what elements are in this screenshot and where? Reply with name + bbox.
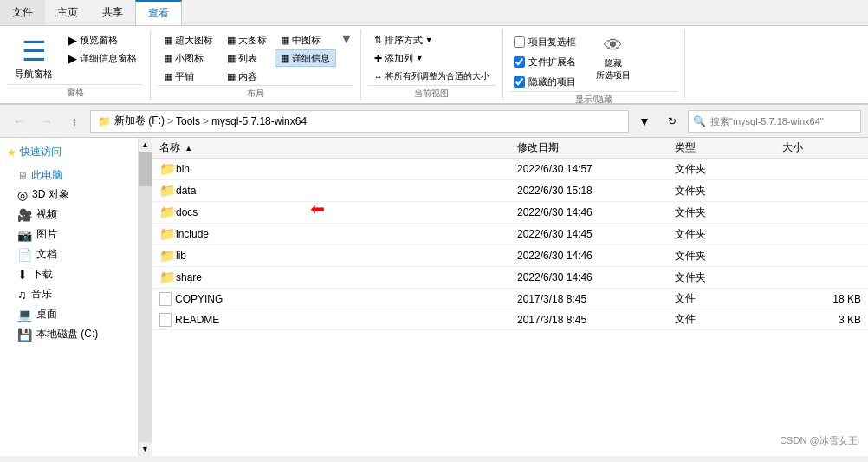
ribbon-group-current-view: ⇅ 排序方式 ▼ ✚ 添加列 ▼ ↔ 将所有列调整为合适的大小 当前视图 xyxy=(361,29,503,100)
watermark: CSDN @冰雪女王i xyxy=(780,434,859,447)
large-icon-btn[interactable]: ▦ 大图标 xyxy=(221,31,273,49)
sidebar-item-desktop[interactable]: 💻 桌面 xyxy=(0,304,138,324)
col-header-size[interactable]: 大小 xyxy=(775,138,868,159)
ribbon-tabs: 文件 主页 共享 查看 xyxy=(0,0,868,26)
refresh-button[interactable]: ↻ xyxy=(660,109,684,133)
file-area: 名称 ▲ 修改日期 类型 大小 📁bin 202 xyxy=(152,138,868,456)
details-btn[interactable]: ▦ 详细信息 xyxy=(275,49,336,67)
add-col-btn[interactable]: ✚ 添加列 ▼ xyxy=(368,49,430,67)
cell-type: 文件夹 xyxy=(668,180,775,202)
detail-pane-button[interactable]: ▶ 详细信息窗格 xyxy=(62,49,143,67)
col-header-date[interactable]: 修改日期 xyxy=(510,138,668,159)
video-icon: 🎥 xyxy=(17,208,32,222)
address-path[interactable]: 📁 新加卷 (F:) > Tools > mysql-5.7.18-winx64 xyxy=(90,110,629,133)
sidebar-item-documents[interactable]: 📄 文档 xyxy=(0,244,138,264)
sidebar-item-downloads[interactable]: ⬇ 下载 xyxy=(0,264,138,284)
table-row[interactable]: COPYING 2017/3/18 8:45 文件 18 KB xyxy=(152,289,868,309)
small-icon-btn[interactable]: ▦ 小图标 xyxy=(158,49,219,67)
hide-selected-btn[interactable]: 👁 隐藏 所选项目 xyxy=(588,31,638,85)
table-row[interactable]: 📁bin 2022/6/30 14:57 文件夹 xyxy=(152,159,868,180)
sort-arrow: ▲ xyxy=(185,144,192,153)
table-row[interactable]: 📁data 2022/6/30 15:18 文件夹 xyxy=(152,180,868,202)
medium-icon-btn[interactable]: ▦ 中图标 xyxy=(275,31,336,49)
this-pc-section[interactable]: 🖥 此电脑 xyxy=(0,165,138,185)
forward-button[interactable]: → xyxy=(35,109,59,133)
cell-size: 18 KB xyxy=(775,289,868,309)
cell-type: 文件 xyxy=(668,289,775,309)
sidebar-item-music[interactable]: ♫ 音乐 xyxy=(0,284,138,304)
cell-type: 文件夹 xyxy=(668,224,775,245)
back-button[interactable]: ← xyxy=(7,109,31,133)
cell-date: 2017/3/18 8:45 xyxy=(510,309,668,330)
layout-expand-btn[interactable]: ▼ xyxy=(340,31,353,47)
item-checkbox-input[interactable] xyxy=(514,36,525,48)
sep-2: > xyxy=(203,115,209,127)
preview-pane-button[interactable]: ▶ 预览窗格 xyxy=(62,31,143,49)
folder-icon: 📁 xyxy=(159,270,176,285)
cell-date: 2022/6/30 14:45 xyxy=(510,224,668,245)
scroll-thumb[interactable] xyxy=(139,152,152,186)
up-button[interactable]: ↑ xyxy=(62,109,87,133)
content-btn[interactable]: ▦ 内容 xyxy=(221,68,273,85)
col-header-name[interactable]: 名称 ▲ xyxy=(152,138,510,159)
table-row[interactable]: 📁share 2022/6/30 14:46 文件夹 xyxy=(152,267,868,289)
hide-icon: 👁 xyxy=(604,35,623,57)
tile-btn[interactable]: ▦ 平铺 xyxy=(158,68,219,85)
pane-group-label: 窗格 xyxy=(7,84,143,99)
hidden-items-input[interactable] xyxy=(514,76,525,88)
cell-name: 📁docs xyxy=(152,202,510,224)
sep-1: > xyxy=(167,115,173,127)
sort-by-btn[interactable]: ⇅ 排序方式 ▼ xyxy=(368,31,439,49)
path-dropdown-btn[interactable]: ▼ xyxy=(632,109,657,133)
search-box: 🔍 xyxy=(688,110,861,133)
hidden-items-label[interactable]: 隐藏的项目 xyxy=(510,73,580,91)
adjust-col-btn[interactable]: ↔ 将所有列调整为合适的大小 xyxy=(368,68,496,85)
scroll-up-arrow[interactable]: ▲ xyxy=(139,138,152,152)
tab-view[interactable]: 查看 xyxy=(135,0,182,25)
col-header-type[interactable]: 类型 xyxy=(668,138,775,159)
layout-col-1: ▦ 超大图标 ▦ 小图标 ▦ 平铺 xyxy=(158,31,219,85)
documents-icon: 📄 xyxy=(17,248,32,262)
folder-icon: 📁 xyxy=(159,183,176,198)
tab-file[interactable]: 文件 xyxy=(0,0,45,25)
table-row[interactable]: README 2017/3/18 8:45 文件 3 KB xyxy=(152,309,868,330)
sidebar-item-pictures[interactable]: 📷 图片 xyxy=(0,224,138,244)
scroll-track xyxy=(139,152,152,442)
file-ext-input[interactable] xyxy=(514,56,525,68)
cell-size: 3 KB xyxy=(775,309,868,330)
ribbon-group-layout: ▦ 超大图标 ▦ 小图标 ▦ 平铺 ▦ 大图标 xyxy=(151,29,361,100)
item-checkbox-label[interactable]: 项目复选框 xyxy=(510,33,580,51)
extra-large-icon-btn[interactable]: ▦ 超大图标 xyxy=(158,31,219,49)
show-hide-label: 显示/隐藏 xyxy=(510,91,677,106)
cell-date: 2022/6/30 14:46 xyxy=(510,202,668,224)
ribbon-group-show-hide: 项目复选框 文件扩展名 隐藏的项目 👁 隐藏 所选项目 xyxy=(503,29,685,100)
path-part-2: Tools xyxy=(176,115,200,127)
nav-pane-button[interactable]: ☰ 导航窗格 xyxy=(7,31,61,84)
folder-icon: 📁 xyxy=(159,161,176,177)
scroll-down-arrow[interactable]: ▼ xyxy=(139,442,152,456)
layout-col-3: ▦ 中图标 ▦ 详细信息 xyxy=(275,31,336,67)
folder-icon: 📁 xyxy=(159,248,176,264)
cell-size xyxy=(775,159,868,180)
ribbon: 文件 主页 共享 查看 ☰ 导航窗格 ▶ 预览窗格 ▶ 详细信息 xyxy=(0,0,868,105)
table-row[interactable]: 📁lib 2022/6/30 14:46 文件夹 xyxy=(152,245,868,267)
tab-share[interactable]: 共享 xyxy=(90,0,135,25)
download-icon: ⬇ xyxy=(17,268,28,282)
detail-icon: ▶ xyxy=(68,52,77,65)
table-row[interactable]: 📁include 2022/6/30 14:45 文件夹 xyxy=(152,224,868,245)
cell-size xyxy=(775,267,868,289)
sidebar-item-local-disk[interactable]: 💾 本地磁盘 (C:) xyxy=(0,324,138,344)
file-icon xyxy=(159,313,172,327)
list-btn[interactable]: ▦ 列表 xyxy=(221,49,273,67)
sidebar-item-3d[interactable]: ◎ 3D 对象 xyxy=(0,185,138,205)
search-input[interactable] xyxy=(710,116,860,127)
table-row[interactable]: 📁docs 2022/6/30 14:46 文件夹 xyxy=(152,202,868,224)
cell-type: 文件夹 xyxy=(668,159,775,180)
folder-icon: 📁 xyxy=(159,205,176,220)
ribbon-content: ☰ 导航窗格 ▶ 预览窗格 ▶ 详细信息窗格 窗格 xyxy=(0,26,868,104)
tab-home[interactable]: 主页 xyxy=(45,0,90,25)
quick-access-section[interactable]: ★ 快速访问 xyxy=(0,141,138,161)
pane-sub-btns: ▶ 预览窗格 ▶ 详细信息窗格 xyxy=(62,31,143,67)
file-ext-label[interactable]: 文件扩展名 xyxy=(510,53,580,71)
sidebar-item-video[interactable]: 🎥 视频 xyxy=(0,205,138,224)
